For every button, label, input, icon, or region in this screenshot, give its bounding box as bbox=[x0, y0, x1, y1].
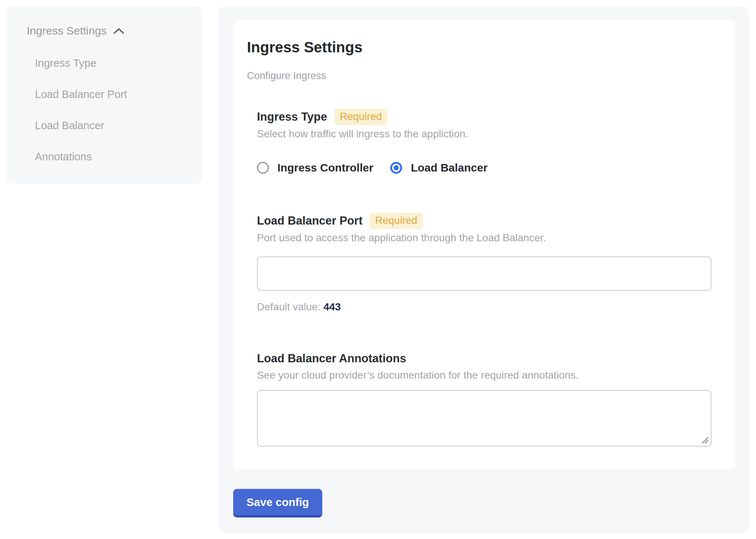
radio-label-ingress-controller: Ingress Controller bbox=[277, 161, 373, 174]
section-load-balancer-port: Load Balancer Port Required Port used to… bbox=[257, 213, 711, 314]
sidebar-item-load-balancer-port[interactable]: Load Balancer Port bbox=[35, 79, 157, 110]
ingress-settings-card: Ingress Settings Configure Ingress Ingre… bbox=[233, 20, 735, 469]
section-ingress-type: Ingress Type Required Select how traffic… bbox=[257, 109, 711, 174]
settings-sidebar: Ingress Settings Ingress Type Load Balan… bbox=[6, 6, 202, 183]
sidebar-item-load-balancer-annotations[interactable]: Load Balancer Annotations bbox=[35, 110, 157, 172]
section-load-balancer-annotations-head: Load Balancer Annotations bbox=[257, 351, 711, 366]
radio-unselected-icon[interactable] bbox=[257, 162, 269, 174]
card-header: Ingress Settings Configure Ingress bbox=[247, 38, 711, 82]
required-badge: Required bbox=[369, 213, 423, 229]
section-ingress-type-head: Ingress Type Required bbox=[257, 109, 711, 125]
sidebar-item-list: Ingress Type Load Balancer Port Load Bal… bbox=[27, 48, 157, 172]
annotations-textarea-wrap bbox=[257, 390, 711, 447]
section-load-balancer-port-head: Load Balancer Port Required bbox=[257, 213, 711, 229]
ingress-type-label: Ingress Type bbox=[257, 109, 327, 125]
radio-label-load-balancer: Load Balancer bbox=[411, 161, 488, 174]
ingress-settings-panel: Ingress Settings Configure Ingress Ingre… bbox=[218, 6, 749, 533]
radio-option-load-balancer[interactable]: Load Balancer bbox=[390, 161, 488, 174]
ingress-type-radio-group: Ingress Controller Load Balancer bbox=[257, 161, 711, 174]
load-balancer-annotations-description: See your cloud provider’s documentation … bbox=[257, 369, 711, 382]
load-balancer-port-input[interactable] bbox=[257, 257, 711, 291]
ingress-type-description: Select how traffic will ingress to the a… bbox=[257, 127, 711, 141]
chevron-up-icon bbox=[113, 27, 124, 34]
load-balancer-annotations-label: Load Balancer Annotations bbox=[257, 351, 406, 366]
radio-option-ingress-controller[interactable]: Ingress Controller bbox=[257, 161, 373, 174]
section-load-balancer-annotations: Load Balancer Annotations See your cloud… bbox=[257, 351, 711, 447]
load-balancer-port-description: Port used to access the application thro… bbox=[257, 231, 711, 245]
save-config-button[interactable]: Save config bbox=[233, 489, 322, 517]
default-value: 443 bbox=[323, 301, 341, 313]
page-title: Ingress Settings bbox=[247, 38, 711, 56]
default-value-row: Default value: 443 bbox=[257, 300, 711, 314]
sidebar-item-ingress-type[interactable]: Ingress Type bbox=[35, 48, 157, 79]
load-balancer-port-label: Load Balancer Port bbox=[257, 213, 362, 229]
sidebar-group-ingress-settings[interactable]: Ingress Settings bbox=[27, 24, 191, 37]
radio-dot bbox=[394, 165, 399, 170]
resize-handle-icon[interactable] bbox=[701, 436, 709, 444]
radio-selected-icon[interactable] bbox=[390, 162, 402, 174]
sidebar-group-label: Ingress Settings bbox=[27, 24, 107, 37]
page-subtitle: Configure Ingress bbox=[247, 69, 711, 82]
required-badge: Required bbox=[334, 109, 388, 125]
default-value-label: Default value: bbox=[257, 301, 320, 313]
load-balancer-annotations-textarea[interactable] bbox=[257, 390, 711, 447]
